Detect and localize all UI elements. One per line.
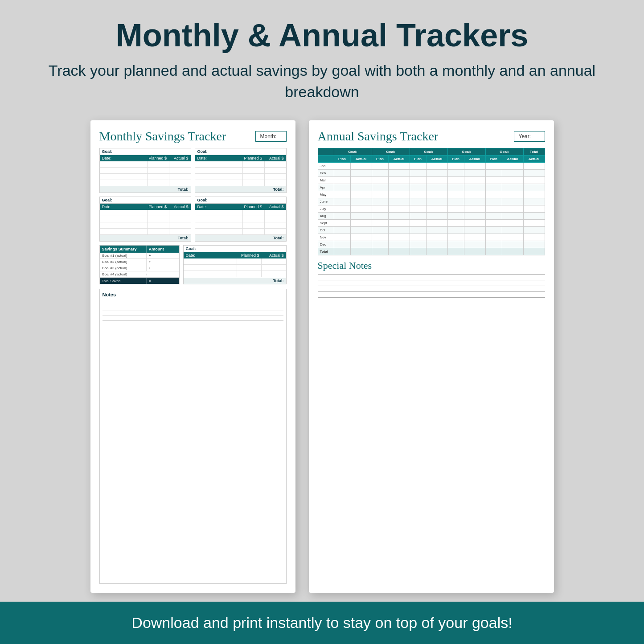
annual-cell <box>372 163 388 170</box>
annual-subheader-row: Plan Actual Plan Actual Plan Actual Plan… <box>318 156 545 163</box>
goal-2-date-header: Date: <box>197 156 241 160</box>
annual-table-row: June <box>318 198 545 205</box>
goal-4-label: Goal: <box>195 197 286 204</box>
notes-line <box>103 306 283 306</box>
summary-val-2: + <box>146 259 179 265</box>
goal-3-date-header: Date: <box>102 205 145 209</box>
goal-4-actual-header: Actual $ <box>262 205 284 209</box>
annual-cell <box>426 205 447 213</box>
annual-cell <box>350 205 372 213</box>
goal-1-label: Goal: <box>100 148 191 155</box>
annual-cell <box>464 170 485 177</box>
goal-3-row <box>100 222 191 229</box>
annual-cell <box>372 220 388 227</box>
annual-subheader-empty <box>318 156 334 163</box>
annual-cell <box>372 248 388 255</box>
annual-cell <box>372 213 388 220</box>
annual-cell <box>485 184 502 191</box>
annual-cell <box>523 248 545 255</box>
summary-total-label: Total Saved <box>100 278 146 284</box>
summary-label-3: Goal #3 (actual) <box>100 265 146 271</box>
annual-cell <box>447 213 464 220</box>
goal-2-actual-header: Actual $ <box>262 156 284 160</box>
annual-cell <box>485 205 502 213</box>
goal-section-3: Goal: Date: Planned $ Actual $ Total: <box>99 197 191 242</box>
annual-cell <box>502 213 523 220</box>
annual-cell <box>410 234 426 241</box>
special-notes-line <box>318 291 545 292</box>
annual-cell <box>464 213 485 220</box>
year-box: Year: <box>514 131 545 142</box>
goal-5-total: Total: <box>184 278 286 284</box>
annual-month-label: Jan <box>318 163 334 170</box>
annual-cell <box>485 191 502 198</box>
annual-cell <box>464 177 485 184</box>
annual-month-label: Mar <box>318 177 334 184</box>
annual-table-row: Dec <box>318 241 545 248</box>
annual-cell <box>523 191 545 198</box>
annual-cell <box>388 248 410 255</box>
special-notes-line <box>318 297 545 298</box>
annual-plan-1: Plan <box>334 156 350 163</box>
annual-cell <box>502 248 523 255</box>
annual-cell <box>485 220 502 227</box>
summary-val-3: + <box>146 265 179 271</box>
special-notes-line <box>318 280 545 280</box>
annual-cell <box>410 198 426 205</box>
annual-month-label: Apr <box>318 184 334 191</box>
annual-cell <box>485 198 502 205</box>
goal-5-planned-header: Planned $ <box>235 253 259 258</box>
annual-goal-2-header: Goal: <box>372 148 410 156</box>
annual-plan-2: Plan <box>372 156 388 163</box>
annual-table-row: Total <box>318 248 545 255</box>
annual-cell <box>464 163 485 170</box>
annual-table-row: May <box>318 191 545 198</box>
subtitle: Track your planned and actual savings by… <box>36 60 608 103</box>
annual-table-row: Oct <box>318 227 545 234</box>
special-notes-line <box>318 286 545 286</box>
annual-cell <box>372 234 388 241</box>
annual-actual-3: Actual <box>426 156 447 163</box>
annual-cell <box>447 205 464 213</box>
annual-cell <box>426 241 447 248</box>
annual-cell <box>502 220 523 227</box>
annual-cell <box>523 227 545 234</box>
header-section: Monthly & Annual Trackers Track your pla… <box>0 0 644 111</box>
annual-table-row: Jan <box>318 163 545 170</box>
annual-cell <box>350 198 372 205</box>
savings-summary: Savings Summary Amount Goal #1 (actual) … <box>99 245 180 284</box>
annual-cell <box>334 241 350 248</box>
annual-cell <box>372 191 388 198</box>
annual-cell <box>426 248 447 255</box>
annual-cell <box>410 191 426 198</box>
special-notes-line <box>318 274 545 275</box>
goal-2-planned-header: Planned $ <box>241 156 263 160</box>
annual-cell <box>388 220 410 227</box>
annual-cell <box>426 234 447 241</box>
goal-2-row <box>195 161 286 168</box>
summary-row-4: Goal #4 (actual) <box>100 271 179 278</box>
annual-cell <box>447 191 464 198</box>
annual-table: Goal: Goal: Goal: Goal: Goal: Total Plan… <box>318 148 545 255</box>
goal-1-total: Total: <box>100 186 191 193</box>
annual-cell <box>334 213 350 220</box>
annual-cell <box>447 163 464 170</box>
annual-total-header: Total <box>523 148 545 156</box>
goal-1-actual-header: Actual $ <box>167 156 189 160</box>
annual-cell <box>447 248 464 255</box>
annual-cell <box>464 241 485 248</box>
annual-cell <box>485 163 502 170</box>
goals-row-1: Goal: Date: Planned $ Actual $ Total: Go… <box>99 148 287 193</box>
annual-plan-3: Plan <box>410 156 426 163</box>
goal-4-row <box>195 222 286 229</box>
annual-cell <box>502 227 523 234</box>
goal-2-row <box>195 168 286 174</box>
goal-4-date-header: Date: <box>197 205 241 209</box>
annual-cell <box>350 234 372 241</box>
annual-cell <box>350 213 372 220</box>
annual-goal-5-header: Goal: <box>485 148 523 156</box>
annual-empty-header <box>318 148 334 156</box>
notes-label: Notes <box>103 292 283 297</box>
annual-cell <box>426 213 447 220</box>
annual-cell <box>485 213 502 220</box>
